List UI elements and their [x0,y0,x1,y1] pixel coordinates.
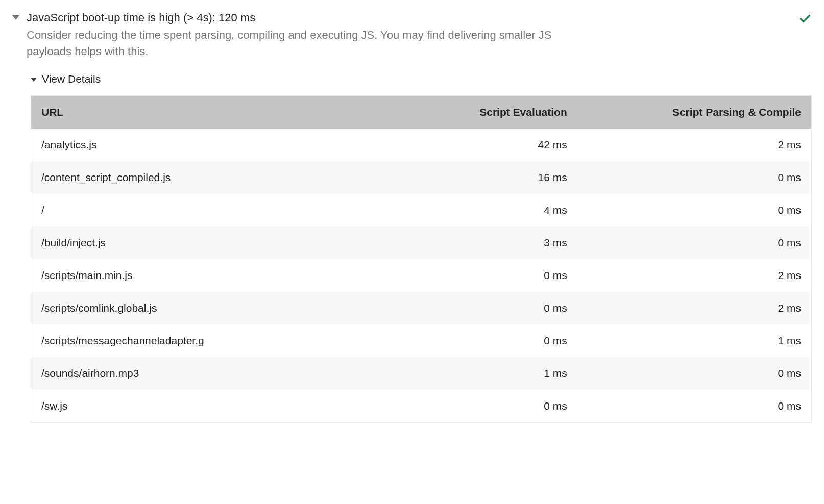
table-row: /4 ms0 ms [31,194,812,226]
column-header-url: URL [31,95,375,129]
cell-url: /scripts/comlink.global.js [31,292,375,324]
cell-eval: 0 ms [374,259,577,292]
cell-parse: 0 ms [577,390,812,423]
cell-parse: 0 ms [577,161,812,194]
cell-url: /scripts/messagechanneladapter.g [31,324,375,357]
cell-eval: 1 ms [374,357,577,390]
cell-url: /scripts/main.min.js [31,259,375,292]
cell-url: /sounds/airhorn.mp3 [31,357,375,390]
table-row: /build/inject.js3 ms0 ms [31,226,812,259]
cell-parse: 2 ms [577,259,812,292]
cell-url: /sw.js [31,390,375,423]
script-timing-table: URL Script Evaluation Script Parsing & C… [31,95,812,423]
table-row: /sw.js0 ms0 ms [31,390,812,423]
details-section: View Details URL Script Evaluation Scrip… [31,73,812,423]
cell-parse: 2 ms [577,292,812,324]
table-row: /scripts/comlink.global.js0 ms2 ms [31,292,812,324]
column-header-eval: Script Evaluation [374,95,577,129]
cell-url: /content_script_compiled.js [31,161,375,194]
cell-parse: 1 ms [577,324,812,357]
cell-eval: 3 ms [374,226,577,259]
cell-eval: 0 ms [374,390,577,423]
cell-url: /build/inject.js [31,226,375,259]
audit-toggle-icon[interactable] [12,15,19,20]
table-row: /scripts/main.min.js0 ms2 ms [31,259,812,292]
chevron-down-icon [31,78,37,82]
cell-parse: 0 ms [577,226,812,259]
cell-parse: 0 ms [577,194,812,226]
view-details-label: View Details [42,73,101,85]
audit-description: Consider reducing the time spent parsing… [27,27,568,60]
audit-header-left: JavaScript boot-up time is high (> 4s): … [12,10,788,60]
column-header-parse: Script Parsing & Compile [577,95,812,129]
table-row: /analytics.js42 ms2 ms [31,129,812,161]
table-row: /scripts/messagechanneladapter.g0 ms1 ms [31,324,812,357]
view-details-toggle[interactable]: View Details [31,73,812,85]
check-icon [798,12,812,28]
cell-parse: 2 ms [577,129,812,161]
cell-url: / [31,194,375,226]
audit-text-block: JavaScript boot-up time is high (> 4s): … [27,10,568,60]
cell-url: /analytics.js [31,129,375,161]
table-row: /sounds/airhorn.mp31 ms0 ms [31,357,812,390]
cell-eval: 0 ms [374,292,577,324]
cell-eval: 16 ms [374,161,577,194]
audit-header-row: JavaScript boot-up time is high (> 4s): … [12,10,812,60]
cell-eval: 0 ms [374,324,577,357]
audit-title: JavaScript boot-up time is high (> 4s): … [27,10,568,26]
cell-eval: 4 ms [374,194,577,226]
table-row: /content_script_compiled.js16 ms0 ms [31,161,812,194]
cell-parse: 0 ms [577,357,812,390]
cell-eval: 42 ms [374,129,577,161]
table-header-row: URL Script Evaluation Script Parsing & C… [31,95,812,129]
